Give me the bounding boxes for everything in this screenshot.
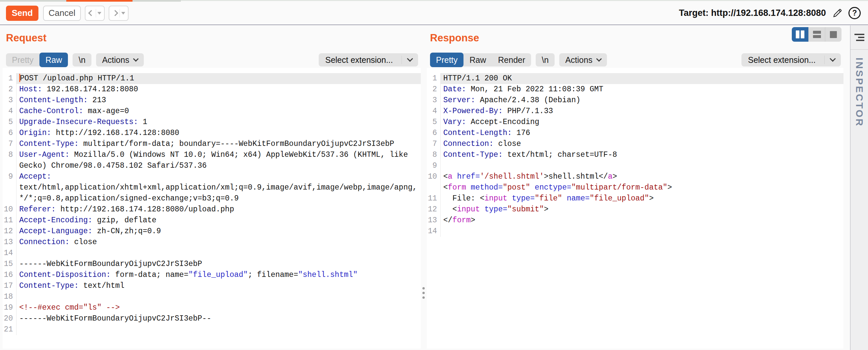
tab-raw[interactable]: Raw xyxy=(39,53,68,67)
line-number: 4 xyxy=(3,106,17,117)
code-text: HTTP/1.1 200 OK xyxy=(441,73,843,84)
target-label: Target: http://192.168.174.128:8080 xyxy=(679,8,826,18)
line-number: 9 xyxy=(3,171,17,182)
line-number: 12 xyxy=(3,226,17,237)
inspector-collapse-icon xyxy=(855,34,864,41)
layout-single-button[interactable] xyxy=(825,27,841,42)
back-dropdown-icon[interactable] xyxy=(97,12,101,14)
line-number: 16 xyxy=(3,270,17,281)
columns-icon xyxy=(796,30,799,38)
code-line: */*;q=0.8,application/signed-exchange;v=… xyxy=(3,193,421,204)
select-extension-label: Select extension... xyxy=(326,55,393,65)
repeater-toolbar: Send Cancel Target: http://192.168.174.1… xyxy=(0,2,868,25)
line-number: 5 xyxy=(427,117,441,128)
line-number: 13 xyxy=(3,237,17,248)
response-panel: Response PrettyRawRender\nActions Select… xyxy=(427,26,843,350)
history-forward-button[interactable] xyxy=(108,6,128,21)
panel-resize-handle[interactable] xyxy=(423,287,425,299)
line-number: 11 xyxy=(427,193,441,204)
code-text: </form> xyxy=(441,215,843,226)
select-extension-dropdown[interactable]: Select extension... xyxy=(319,53,418,67)
tab-label: \n xyxy=(542,55,549,65)
tab-pretty[interactable]: Pretty xyxy=(430,53,464,67)
code-text xyxy=(17,324,421,335)
inspector-header[interactable] xyxy=(850,26,868,49)
code-line: 1POST /upload.php HTTP/1.1 xyxy=(3,73,421,84)
select-extension-dropdown[interactable]: Select extension... xyxy=(741,53,841,67)
response-editor[interactable]: 1HTTP/1.1 200 OK2Date: Mon, 21 Feb 2022 … xyxy=(427,68,843,349)
tab-raw[interactable]: Raw xyxy=(464,53,492,67)
help-icon[interactable]: ? xyxy=(848,7,861,19)
line-number: 1 xyxy=(3,73,17,84)
tab-actions[interactable]: Actions xyxy=(96,53,144,67)
code-text xyxy=(441,161,843,171)
code-line: 4Cache-Control: max-age=0 xyxy=(3,106,421,117)
line-number: 3 xyxy=(3,95,17,106)
forward-dropdown-icon[interactable] xyxy=(121,12,125,14)
request-panel-title: Request xyxy=(6,32,46,44)
code-text: Accept: xyxy=(17,171,421,182)
request-tabs-row: PrettyRaw\nActions Select extension... xyxy=(6,53,418,67)
code-line: text/html,application/xhtml+xml,applicat… xyxy=(3,182,421,193)
line-number: 4 xyxy=(427,106,441,117)
code-text: Referer: http://192.168.174.128:8080/upl… xyxy=(17,204,421,215)
forward-chevron-icon xyxy=(112,10,118,16)
line-number: 6 xyxy=(427,128,441,139)
dropdown-divider xyxy=(402,56,402,64)
line-number: 8 xyxy=(427,149,441,161)
line-number: 19 xyxy=(3,302,17,313)
code-text: Content-Length: 176 xyxy=(441,128,843,139)
code-text xyxy=(17,291,421,302)
inspector-label: INSPECTOR xyxy=(854,58,865,127)
line-number xyxy=(427,182,441,193)
line-number: 14 xyxy=(427,226,441,237)
tab-label: Raw xyxy=(469,55,486,65)
button-divider xyxy=(120,9,120,18)
code-text: User-Agent: Mozilla/5.0 (Windows NT 10.0… xyxy=(17,149,421,161)
code-text: ------WebKitFormBoundaryOijupvC2JrSI3ebP… xyxy=(17,313,421,324)
layout-rows-button[interactable] xyxy=(808,27,825,42)
history-back-button[interactable] xyxy=(85,6,105,21)
code-line: 16Content-Disposition: form-data; name="… xyxy=(3,270,421,281)
line-number: 6 xyxy=(3,128,17,139)
response-tabs-row: PrettyRawRender\nActions Select extensio… xyxy=(430,53,841,67)
code-line: 2Host: 192.168.174.128:8080 xyxy=(3,84,421,95)
code-text: Content-Type: text/html xyxy=(17,281,421,291)
tab-newline[interactable]: \n xyxy=(72,53,91,67)
send-button[interactable]: Send xyxy=(6,6,38,21)
code-line: 19<!--#exec cmd="ls" --> xyxy=(3,302,421,313)
inspector-sidebar[interactable]: INSPECTOR xyxy=(850,26,868,350)
line-number: 2 xyxy=(427,84,441,95)
line-number: 12 xyxy=(427,204,441,215)
request-editor[interactable]: 1POST /upload.php HTTP/1.12Host: 192.168… xyxy=(3,68,421,349)
tab-group: PrettyRawRender xyxy=(430,53,531,67)
tab-label: \n xyxy=(79,55,86,65)
cancel-button[interactable]: Cancel xyxy=(43,6,81,21)
layout-buttons xyxy=(792,27,841,42)
layout-columns-button[interactable] xyxy=(792,27,808,42)
columns-icon xyxy=(801,30,804,38)
code-line: 1HTTP/1.1 200 OK xyxy=(427,73,843,84)
code-text: Connection: close xyxy=(17,237,421,248)
code-line: 6Origin: http://192.168.174.128:8080 xyxy=(3,128,421,139)
code-line: 18 xyxy=(3,291,421,302)
line-number: 1 xyxy=(427,73,441,84)
tab-actions[interactable]: Actions xyxy=(559,53,607,67)
tab-render[interactable]: Render xyxy=(492,53,531,67)
code-text: Host: 192.168.174.128:8080 xyxy=(17,84,421,95)
code-text: POST /upload.php HTTP/1.1 xyxy=(17,73,421,84)
tab-label: Actions xyxy=(102,55,129,65)
line-number: 10 xyxy=(3,204,17,215)
code-text: X-Powered-By: PHP/7.1.33 xyxy=(441,106,843,117)
tab-newline[interactable]: \n xyxy=(536,53,555,67)
code-text: text/html,application/xhtml+xml,applicat… xyxy=(17,182,421,193)
edit-target-pencil-icon[interactable] xyxy=(831,7,843,19)
code-text: Vary: Accept-Encoding xyxy=(441,117,843,128)
target-area: Target: http://192.168.174.128:8080 ? xyxy=(679,7,861,19)
code-text: Date: Mon, 21 Feb 2022 11:08:39 GMT xyxy=(441,84,843,95)
tab-group: \n xyxy=(536,53,555,67)
code-text: Accept-Language: zh-CN,zh;q=0.9 xyxy=(17,226,421,237)
tab-group: PrettyRaw xyxy=(6,53,68,67)
button-divider xyxy=(96,9,96,18)
code-line: 2Date: Mon, 21 Feb 2022 11:08:39 GMT xyxy=(427,84,843,95)
